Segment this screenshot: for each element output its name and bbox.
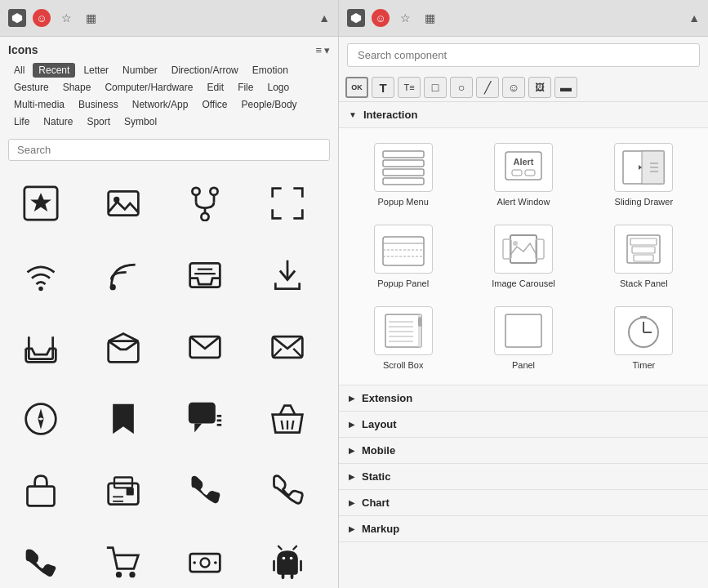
tag-shape[interactable]: Shape — [57, 80, 97, 95]
icon-rss[interactable] — [91, 243, 156, 308]
icon-bag[interactable] — [8, 458, 73, 523]
toolbar-image[interactable]: 🖼 — [528, 77, 551, 98]
section-layout-header[interactable]: ▶ Layout — [339, 412, 708, 438]
tag-business[interactable]: Business — [73, 97, 124, 112]
svg-line-31 — [292, 421, 293, 430]
tag-logo[interactable]: Logo — [261, 80, 295, 95]
popup-panel-icon — [374, 225, 433, 274]
icon-phone-3[interactable] — [8, 530, 73, 588]
icon-bookmark[interactable] — [91, 386, 156, 452]
toolbar-circle[interactable]: ○ — [450, 77, 473, 98]
tag-multimedia[interactable]: Multi-media — [8, 97, 70, 112]
svg-point-41 — [201, 559, 210, 568]
right-face-icon[interactable]: ☺ — [372, 9, 390, 27]
icon-letter[interactable] — [255, 314, 320, 380]
tag-direction[interactable]: Direction/Arrow — [166, 63, 244, 78]
icon-money[interactable] — [172, 530, 238, 588]
tag-life[interactable]: Life — [8, 114, 35, 129]
icon-chat[interactable] — [172, 386, 238, 452]
icon-phone-2[interactable] — [255, 458, 320, 523]
tag-network[interactable]: Network/App — [127, 97, 194, 112]
tag-sport[interactable]: Sport — [81, 114, 116, 129]
search-input[interactable] — [8, 139, 330, 161]
component-stack-panel[interactable]: Stack Panel — [588, 220, 700, 293]
toolbar-emoji[interactable]: ☺ — [502, 77, 525, 98]
icon-image[interactable] — [91, 171, 156, 236]
tag-edit[interactable]: Edit — [201, 80, 229, 95]
svg-line-19 — [272, 349, 281, 358]
section-mobile-header[interactable]: ▶ Mobile — [339, 438, 708, 464]
expand-btn[interactable]: ▲ — [318, 11, 330, 24]
icon-fax[interactable] — [91, 458, 156, 523]
right-cube-icon[interactable] — [347, 9, 365, 27]
right-star-icon[interactable]: ☆ — [396, 9, 414, 27]
tag-people[interactable]: People/Body — [236, 97, 303, 112]
section-extension-header[interactable]: ▶ Extension — [339, 385, 708, 412]
face-icon[interactable]: ☺ — [33, 9, 51, 27]
icon-android[interactable] — [255, 530, 320, 588]
section-interaction-header[interactable]: ▼ Interaction — [339, 102, 708, 128]
icon-open-envelope[interactable] — [91, 314, 156, 380]
toolbar-text-align[interactable]: T≡ — [398, 77, 421, 98]
icon-compass[interactable] — [8, 386, 73, 452]
layout-icon[interactable]: ▦ — [82, 9, 100, 27]
icon-fullscreen[interactable] — [255, 171, 320, 236]
popup-menu-label: Popup Menu — [377, 197, 428, 207]
tag-recent[interactable]: Recent — [33, 63, 75, 78]
tag-all[interactable]: All — [8, 63, 30, 78]
icon-wifi[interactable] — [8, 243, 73, 308]
svg-rect-49 — [383, 160, 424, 167]
layout-title: Layout — [362, 418, 397, 430]
right-expand-btn[interactable]: ▲ — [688, 11, 700, 24]
toolbar-text[interactable]: T — [372, 77, 394, 98]
tag-emotion[interactable]: Emotion — [247, 63, 294, 78]
scroll-box-icon — [374, 306, 433, 355]
tag-gesture[interactable]: Gesture — [8, 80, 55, 95]
section-chart-header[interactable]: ▶ Chart — [339, 490, 708, 516]
toolbar-line[interactable]: ╱ — [476, 77, 499, 98]
tag-symbol[interactable]: Symbol — [118, 114, 163, 129]
tag-nature[interactable]: Nature — [38, 114, 78, 129]
tag-number[interactable]: Number — [117, 63, 163, 78]
component-scroll-box[interactable]: Scroll Box — [347, 301, 459, 375]
components-scroll[interactable]: ▼ Interaction Popup Menu — [339, 102, 708, 588]
svg-rect-24 — [189, 403, 216, 424]
component-panel[interactable]: Panel — [467, 301, 579, 375]
tag-letter[interactable]: Letter — [78, 63, 114, 78]
icons-menu-btn[interactable]: ≡ ▾ — [315, 44, 330, 56]
icon-phone[interactable] — [172, 458, 238, 523]
right-panel-header: ☺ ☆ ▦ ▲ — [339, 0, 708, 37]
icon-fork[interactable] — [172, 171, 238, 236]
right-layout-icon[interactable]: ▦ — [421, 9, 439, 27]
toolbar-ok[interactable]: OK — [345, 77, 368, 98]
star-icon[interactable]: ☆ — [57, 9, 75, 27]
toolbar-widget[interactable]: ▬ — [554, 77, 577, 98]
svg-rect-73 — [634, 255, 653, 261]
component-popup-menu[interactable]: Popup Menu — [347, 138, 459, 212]
search-component-input[interactable] — [347, 43, 700, 67]
tag-computer[interactable]: Computer/Hardware — [99, 80, 198, 95]
component-image-carousel[interactable]: Image Carousel — [467, 220, 579, 293]
icon-download[interactable] — [255, 243, 320, 308]
svg-marker-1 — [30, 193, 51, 212]
icon-basket[interactable] — [255, 386, 320, 452]
icon-envelope[interactable] — [172, 314, 238, 380]
section-static-header[interactable]: ▶ Static — [339, 464, 708, 490]
tag-office[interactable]: Office — [196, 97, 233, 112]
section-markup-header[interactable]: ▶ Markup — [339, 516, 708, 542]
icon-inbox[interactable] — [172, 243, 238, 308]
popup-panel-label: Popup Panel — [377, 278, 429, 288]
icon-inbox-tray[interactable] — [8, 314, 73, 380]
svg-text:Alert: Alert — [513, 157, 533, 167]
tag-file[interactable]: File — [232, 80, 259, 95]
component-popup-panel[interactable]: Popup Panel — [347, 220, 459, 293]
toolbar-rect[interactable]: □ — [424, 77, 447, 98]
svg-marker-23 — [38, 419, 43, 430]
cube-icon[interactable] — [8, 9, 26, 27]
icon-cart[interactable] — [91, 530, 156, 588]
component-alert-window[interactable]: Alert Alert Window — [467, 138, 579, 212]
component-timer[interactable]: Timer — [588, 301, 700, 375]
component-sliding-drawer[interactable]: Sliding Drawer — [588, 138, 700, 212]
icons-grid — [8, 171, 330, 588]
icon-movie-star[interactable] — [8, 171, 73, 236]
